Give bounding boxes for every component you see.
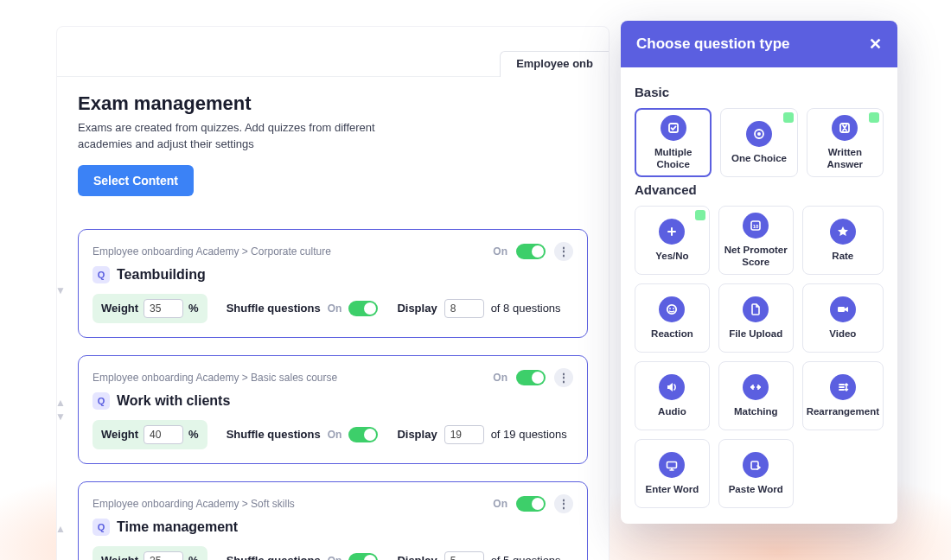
weight-label: Weight — [101, 554, 138, 560]
enable-toggle[interactable] — [516, 244, 546, 259]
reorder-down[interactable]: ▼ — [55, 411, 66, 422]
enable-toggle[interactable] — [516, 496, 546, 512]
qtype-paste-word[interactable]: Paste Word — [718, 439, 794, 508]
qtype-matching[interactable]: Matching — [718, 361, 794, 430]
svg-point-6 — [667, 304, 676, 313]
reorder-up[interactable]: ▲ — [55, 398, 66, 408]
quiz-row: ▲▼Employee onboarding Academy > Soft ski… — [78, 481, 588, 560]
qtype-file-upload[interactable]: File Upload — [718, 283, 794, 353]
qtype-label: Audio — [654, 406, 690, 418]
display-total: of 19 questions — [491, 428, 567, 441]
display-input[interactable] — [444, 299, 484, 318]
reorder-controls: ▲▼ — [55, 271, 66, 296]
qtype-multiple-choice[interactable]: Multiple Choice — [635, 108, 712, 177]
qtype-rate[interactable]: Rate — [802, 206, 884, 275]
feature-tag — [783, 112, 794, 123]
svg-text:10: 10 — [753, 223, 759, 228]
display-label: Display — [397, 554, 437, 560]
svg-point-8 — [673, 308, 675, 309]
display-total: of 8 questions — [491, 302, 561, 315]
qtype-label: File Upload — [725, 328, 786, 340]
quiz-title: Teambuilding — [117, 267, 206, 283]
qtype-label: Matching — [731, 406, 781, 418]
display-input[interactable] — [444, 551, 484, 560]
weight-input[interactable] — [144, 425, 183, 444]
kebab-icon: ⋮ — [558, 498, 569, 510]
percent-label: % — [188, 428, 199, 441]
enable-toggle[interactable] — [516, 370, 546, 385]
reaction-icon — [659, 296, 685, 322]
display-input[interactable] — [444, 425, 484, 444]
advanced-heading: Advanced — [635, 182, 884, 197]
qtype-label: Rearrangement — [803, 406, 883, 418]
qtype-label: Video — [826, 328, 859, 340]
qtype-video[interactable]: Video — [802, 283, 884, 353]
enter-word-icon — [659, 452, 685, 478]
quiz-title: Work with clients — [117, 393, 230, 409]
qtype-label: Yes/No — [652, 251, 692, 263]
kebab-icon: ⋮ — [558, 245, 569, 258]
qtype-label: Reaction — [648, 328, 697, 340]
qtype-reaction[interactable]: Reaction — [635, 283, 710, 353]
weight-input[interactable] — [144, 299, 183, 318]
qtype-yes-no[interactable]: Yes/No — [635, 206, 710, 275]
quiz-card: Employee onboarding Academy > Basic sale… — [78, 355, 588, 464]
svg-point-2 — [757, 132, 761, 136]
quiz-breadcrumb: Employee onboarding Academy > Soft skill… — [93, 498, 295, 510]
qtype-label: Enter Word — [642, 484, 703, 496]
qtype-label: Rate — [828, 251, 857, 263]
matching-icon — [743, 374, 769, 400]
on-label: On — [493, 245, 507, 258]
more-menu-button[interactable]: ⋮ — [554, 368, 573, 387]
qtype-nps[interactable]: 10Net Promoter Score — [718, 206, 794, 275]
quiz-card: Employee onboarding Academy > Soft skill… — [78, 481, 588, 560]
top-tab[interactable]: Employee onb — [500, 51, 609, 77]
quiz-title: Time management — [117, 519, 238, 535]
basic-heading: Basic — [635, 85, 884, 99]
on-label: On — [328, 302, 342, 315]
more-menu-button[interactable]: ⋮ — [554, 494, 573, 513]
shuffle-toggle[interactable] — [348, 301, 378, 316]
qtype-label: Written Answer — [807, 147, 883, 171]
written-answer-icon — [832, 115, 858, 141]
display-label: Display — [397, 428, 437, 441]
more-menu-button[interactable]: ⋮ — [554, 242, 573, 261]
rate-icon — [830, 219, 856, 245]
qtype-label: Net Promoter Score — [719, 245, 793, 269]
audio-icon — [659, 374, 685, 400]
shuffle-label: Shuffle questions — [227, 428, 321, 441]
quiz-row: ▲▼Employee onboarding Academy > Basic sa… — [78, 355, 588, 464]
quiz-row: ▲▼Employee onboarding Academy > Corporat… — [78, 229, 588, 338]
weight-input[interactable] — [144, 551, 183, 560]
modal-title: Choose question type — [636, 35, 790, 53]
on-label: On — [493, 498, 507, 510]
svg-rect-10 — [667, 461, 677, 468]
shuffle-toggle[interactable] — [348, 553, 378, 560]
qtype-audio[interactable]: Audio — [635, 361, 710, 430]
reorder-up[interactable]: ▲ — [55, 524, 66, 534]
close-button[interactable]: ✕ — [869, 35, 882, 54]
yes-no-icon — [659, 219, 685, 245]
qtype-label: Paste Word — [725, 484, 787, 496]
svg-rect-9 — [838, 307, 845, 312]
feature-tag — [869, 112, 879, 123]
qtype-one-choice[interactable]: One Choice — [720, 108, 797, 177]
video-icon — [830, 296, 856, 322]
select-content-button[interactable]: Select Content — [78, 165, 194, 196]
kebab-icon: ⋮ — [558, 372, 569, 384]
shuffle-toggle[interactable] — [348, 427, 378, 442]
paste-word-icon — [743, 452, 769, 478]
reorder-down[interactable]: ▼ — [55, 285, 66, 296]
on-label: On — [493, 372, 507, 384]
reorder-controls: ▲▼ — [55, 524, 66, 548]
quiz-breadcrumb: Employee onboarding Academy > Basic sale… — [93, 372, 337, 384]
qtype-written-answer[interactable]: Written Answer — [807, 108, 884, 177]
percent-label: % — [188, 302, 199, 315]
quiz-badge-icon: Q — [93, 266, 110, 283]
percent-label: % — [188, 554, 199, 560]
qtype-enter-word[interactable]: Enter Word — [635, 439, 710, 508]
qtype-rearrangement[interactable]: Rearrangement — [802, 361, 884, 430]
reorder-controls: ▲▼ — [55, 398, 66, 422]
qtype-label: One Choice — [728, 153, 790, 165]
weight-label: Weight — [101, 302, 138, 315]
